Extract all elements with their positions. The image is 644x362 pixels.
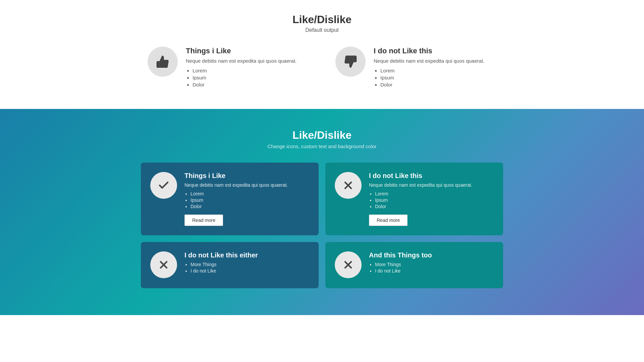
thumbs-down-icon [343,54,358,69]
check-circle [150,172,177,199]
bottom-like-desc: Neque debitis nam est expedita qui quos … [184,182,309,188]
top-title: Like/Dislike [0,13,644,26]
list-item: I do not Like [191,268,309,274]
top-like-heading: Things i Like [186,47,297,55]
top-like-content: Things i Like Neque debitis nam est expe… [186,47,297,89]
top-dislike-content: I do not Like this Neque debitis nam est… [374,47,484,89]
list-item: Ipsum [375,197,494,203]
list-item: More Things [191,262,309,267]
thumbs-up-icon [155,54,170,69]
read-more-button-dislike[interactable]: Read more [369,215,408,226]
list-item: Dolor [191,204,309,209]
bottom-dislike3-content: And this Things too More Things I do not… [369,251,494,279]
top-dislike-card: I do not Like this Neque debitis nam est… [335,47,496,89]
bottom-dislike-card2: I do not Like this either More Things I … [141,242,319,288]
list-item: Lorem [380,68,484,73]
bottom-dislike2-heading: I do not Like this either [184,251,309,259]
bottom-dislike-desc: Neque debitis nam est expedita qui quos … [369,182,494,188]
check-icon [158,179,170,191]
top-dislike-list: Lorem Ipsum Dolor [374,68,484,87]
bottom-section: Like/Dislike Change icons, custom text a… [0,109,644,315]
bottom-dislike-card3: And this Things too More Things I do not… [325,242,503,288]
top-dislike-heading: I do not Like this [374,47,484,55]
top-cards: Things i Like Neque debitis nam est expe… [121,47,523,89]
bottom-title: Like/Dislike [0,129,644,141]
top-subtitle: Default output [0,27,644,33]
list-item: Ipsum [193,75,297,80]
list-item: Ipsum [191,197,309,203]
top-like-card: Things i Like Neque debitis nam est expe… [148,47,309,89]
x-circle-2 [150,251,177,278]
list-item: Lorem [193,68,297,73]
thumbs-up-circle [148,47,178,77]
list-item: I do not Like [375,268,494,274]
bottom-dislike-list: Lorem Ipsum Dolor [369,191,494,209]
x-circle-1 [335,172,362,199]
list-item: Lorem [375,191,494,196]
bottom-dislike-heading: I do not Like this [369,172,494,180]
bottom-dislike-card: I do not Like this Neque debitis nam est… [325,163,503,235]
top-like-list: Lorem Ipsum Dolor [186,68,297,87]
list-item: Lorem [191,191,309,196]
bottom-dislike3-list: More Things I do not Like [369,262,494,274]
x-circle-3 [335,251,362,278]
bottom-like-card: Things i Like Neque debitis nam est expe… [141,163,319,235]
list-item: Dolor [193,82,297,87]
read-more-button-like[interactable]: Read more [184,215,223,226]
bottom-like-heading: Things i Like [184,172,309,180]
bottom-dislike2-list: More Things I do not Like [184,262,309,274]
bottom-like-content: Things i Like Neque debitis nam est expe… [184,172,309,226]
x-icon-2 [158,259,170,271]
bottom-dislike-content: I do not Like this Neque debitis nam est… [369,172,494,226]
top-like-desc: Neque debitis nam est expedita qui quos … [186,58,297,64]
top-section: Like/Dislike Default output Things i Lik… [0,0,644,109]
x-icon-1 [342,179,354,191]
bottom-grid: Things i Like Neque debitis nam est expe… [121,163,523,288]
bottom-dislike3-heading: And this Things too [369,251,494,259]
bottom-like-list: Lorem Ipsum Dolor [184,191,309,209]
list-item: More Things [375,262,494,267]
top-dislike-desc: Neque debitis nam est expedita qui quos … [374,58,484,64]
bottom-dislike2-content: I do not Like this either More Things I … [184,251,309,279]
x-icon-3 [342,259,354,271]
list-item: Ipsum [380,75,484,80]
bottom-subtitle: Change icons, custom text and background… [0,143,644,149]
list-item: Dolor [375,204,494,209]
list-item: Dolor [380,82,484,87]
thumbs-down-circle [335,47,366,77]
